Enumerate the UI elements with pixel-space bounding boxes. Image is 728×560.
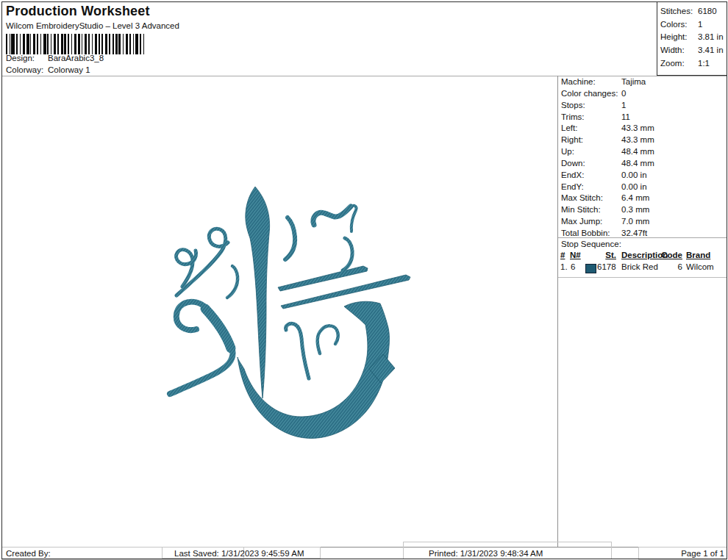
detail-label: EndY: bbox=[561, 182, 584, 191]
detail-value: 48.4 mm bbox=[621, 147, 654, 156]
detail-label: Stops: bbox=[561, 101, 585, 110]
detail-label: Trims: bbox=[561, 112, 585, 121]
page-title: Production Worksheet bbox=[6, 4, 150, 19]
top-right-tick bbox=[313, 207, 351, 225]
design-value: BaraArabic3_8 bbox=[48, 54, 104, 62]
stat-value: 1 bbox=[698, 20, 702, 29]
colorway-value: Colorway 1 bbox=[48, 65, 90, 74]
kashida-stroke-lower bbox=[281, 275, 410, 309]
mid-arc-mark bbox=[318, 326, 338, 353]
small-curl-mark bbox=[227, 266, 238, 298]
row-st: 6178 bbox=[597, 262, 616, 271]
stat-row: Height:3.81 in bbox=[657, 30, 727, 43]
col-header-n: N# bbox=[570, 251, 581, 259]
detail-label: Machine: bbox=[561, 77, 596, 86]
stat-row: Width:3.41 in bbox=[657, 43, 727, 57]
detail-row: Min Stitch:0.3 mm bbox=[557, 204, 727, 216]
stat-row: Zoom:1:1 bbox=[657, 57, 727, 70]
last-saved-text: Last Saved: 1/31/2023 9:45:59 AM bbox=[174, 548, 304, 559]
stat-value: 3.81 in bbox=[698, 32, 724, 41]
detail-value: 43.3 mm bbox=[621, 123, 654, 132]
detail-value: 0 bbox=[621, 89, 626, 98]
detail-value: 1 bbox=[621, 101, 626, 110]
production-worksheet-page: Production Worksheet Wilcom EmbroiderySt… bbox=[0, 0, 728, 560]
printed-text: Printed: 1/31/2023 9:48:34 AM bbox=[429, 548, 543, 559]
detail-row: Max Jump:7.0 mm bbox=[557, 216, 727, 228]
detail-label: Total Bobbin: bbox=[561, 229, 610, 237]
row-code: 6 bbox=[647, 262, 682, 271]
stat-label: Zoom: bbox=[660, 59, 685, 68]
detail-row: Trims:11 bbox=[557, 112, 727, 123]
detail-value: 11 bbox=[621, 112, 630, 121]
page-number: Page 1 of 1 bbox=[647, 548, 724, 559]
detail-value: 6.4 mm bbox=[621, 193, 649, 202]
detail-label: Color changes: bbox=[561, 89, 618, 98]
detail-row: Machine:Tajima bbox=[557, 76, 727, 88]
thread-color-swatch bbox=[585, 264, 596, 273]
stat-value: 3.41 in bbox=[698, 46, 724, 54]
ain-body-stroke bbox=[205, 309, 231, 348]
stat-label: Width: bbox=[660, 46, 685, 54]
stop-sequence-title: Stop Sequence: bbox=[561, 240, 621, 248]
row-num: 1. bbox=[560, 262, 568, 271]
detail-row: Left:43.3 mm bbox=[557, 123, 727, 134]
detail-label: Max Stitch: bbox=[561, 193, 603, 202]
detail-value: 43.3 mm bbox=[621, 135, 654, 144]
detail-row: Right:43.3 mm bbox=[557, 134, 727, 146]
design-label: Design: bbox=[6, 54, 35, 62]
col-header-brand: Brand bbox=[686, 251, 710, 259]
created-by-label: Created By: bbox=[6, 548, 51, 559]
detail-row: EndY:0.00 in bbox=[557, 182, 727, 193]
detail-label: Up: bbox=[561, 147, 574, 156]
detail-value: 32.47ft bbox=[621, 229, 647, 237]
detail-label: Right: bbox=[561, 135, 583, 144]
machine-details-panel: Machine:Tajima Color changes:0 Stops:1 T… bbox=[557, 76, 727, 240]
detail-value: 0.00 in bbox=[621, 182, 647, 191]
detail-row: Color changes:0 bbox=[557, 88, 727, 100]
center-comma-mark bbox=[285, 218, 295, 259]
colorway-label: Colorway: bbox=[6, 65, 43, 74]
detail-label: Left: bbox=[561, 123, 577, 132]
stat-label: Colors: bbox=[660, 20, 687, 29]
col-header-code: Code bbox=[647, 251, 682, 259]
stop-sequence-divider bbox=[558, 237, 727, 238]
calligraphy-artwork bbox=[165, 184, 415, 448]
alif-stroke bbox=[246, 187, 270, 398]
stat-value: 1:1 bbox=[698, 59, 710, 68]
detail-label: Max Jump: bbox=[561, 217, 602, 226]
detail-value: Tajima bbox=[621, 77, 646, 86]
app-subtitle: Wilcom EmbroideryStudio – Level 3 Advanc… bbox=[6, 21, 179, 30]
detail-label: EndX: bbox=[561, 170, 584, 179]
detail-label: Min Stitch: bbox=[561, 205, 601, 214]
stat-label: Stitches: bbox=[660, 7, 693, 15]
detail-label: Down: bbox=[561, 159, 585, 168]
top-right-tick-curl bbox=[351, 206, 357, 231]
detail-value: 0.00 in bbox=[621, 170, 647, 179]
col-header-num: # bbox=[560, 251, 565, 259]
mid-hook-mark bbox=[286, 323, 309, 378]
detail-value: 0.3 mm bbox=[621, 205, 649, 214]
row-n: 6 bbox=[571, 262, 575, 271]
stats-box: Stitches:6180 Colors:1 Height:3.81 in Wi… bbox=[657, 1, 727, 76]
row-brand: Wilcom bbox=[686, 262, 714, 271]
detail-value: 7.0 mm bbox=[621, 217, 649, 226]
detail-row: Max Stitch:6.4 mm bbox=[557, 193, 727, 204]
stat-value: 6180 bbox=[698, 7, 717, 15]
stat-row: Colors:1 bbox=[657, 18, 727, 31]
stat-label: Height: bbox=[660, 32, 687, 41]
col-header-st: St. bbox=[588, 251, 616, 259]
detail-row: EndX:0.00 in bbox=[557, 170, 727, 182]
detail-row: Down:48.4 mm bbox=[557, 158, 727, 170]
detail-row: Stops:1 bbox=[557, 100, 727, 112]
stop-sequence-bottom-line bbox=[558, 277, 727, 278]
kashida-stroke-upper bbox=[278, 266, 368, 291]
ain-stroke bbox=[170, 302, 233, 394]
detail-row: Up:48.4 mm bbox=[557, 146, 727, 158]
detail-value: 48.4 mm bbox=[621, 159, 654, 168]
right-comma-mark bbox=[343, 238, 352, 270]
stat-row: Stitches:6180 bbox=[657, 4, 727, 18]
barcode-icon bbox=[6, 34, 144, 54]
